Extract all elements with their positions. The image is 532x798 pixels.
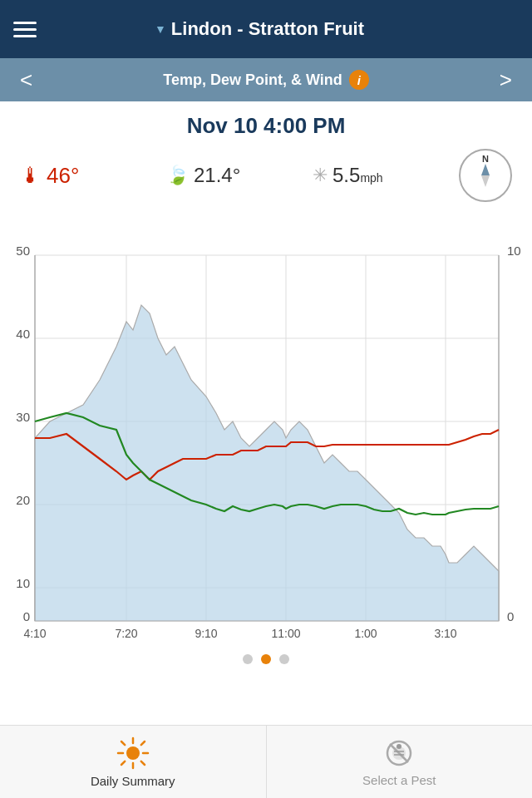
- svg-text:1:00: 1:00: [354, 627, 377, 640]
- dot-2[interactable]: [261, 654, 271, 664]
- wind-icon: ✳: [313, 165, 328, 186]
- tab-bar: Daily Summary Select a Pest: [0, 725, 532, 798]
- compass-north-label: N: [482, 154, 489, 164]
- svg-text:3:10: 3:10: [434, 627, 456, 640]
- chart-container: 50 40 30 20 10 0 10 0 4:10 7:20 9:10: [0, 214, 532, 646]
- stats-row: 🌡 46° 🍃 21.4° ✳ 5.5mph N: [0, 144, 532, 210]
- svg-text:11:00: 11:00: [271, 627, 300, 640]
- temperature-stat: 🌡 46°: [20, 163, 166, 189]
- temperature-value: 46°: [47, 163, 79, 189]
- select-pest-label: Select a Pest: [362, 773, 436, 787]
- datetime-display: Nov 10 4:00 PM: [0, 101, 532, 144]
- svg-point-41: [397, 744, 401, 749]
- thermometer-icon: 🌡: [20, 163, 42, 189]
- menu-button[interactable]: [13, 22, 37, 37]
- svg-point-37: [126, 746, 140, 760]
- dot-1[interactable]: [243, 654, 253, 664]
- header: ▼ Lindon - Stratton Fruit: [0, 0, 532, 58]
- leaf-icon: 🍃: [166, 165, 189, 186]
- svg-line-36: [121, 761, 125, 765]
- svg-text:10: 10: [507, 244, 521, 258]
- svg-text:50: 50: [16, 244, 30, 258]
- chart-svg: 50 40 30 20 10 0 10 0 4:10 7:20 9:10: [0, 214, 532, 646]
- nav-bar: < Temp, Dew Point, & Wind i >: [0, 58, 532, 101]
- dropdown-triangle-icon: ▼: [155, 22, 166, 36]
- info-button[interactable]: i: [349, 70, 369, 90]
- svg-text:40: 40: [16, 327, 30, 341]
- next-button[interactable]: >: [493, 67, 519, 93]
- svg-text:0: 0: [23, 609, 30, 623]
- svg-text:4:10: 4:10: [23, 627, 46, 640]
- info-icon: i: [357, 73, 361, 87]
- svg-line-35: [141, 741, 145, 745]
- datetime-text: Nov 10 4:00 PM: [187, 113, 346, 138]
- svg-text:0: 0: [507, 609, 514, 623]
- svg-line-33: [121, 741, 125, 745]
- compass: N: [459, 149, 512, 202]
- svg-text:20: 20: [16, 493, 30, 507]
- pest-icon: [382, 736, 416, 770]
- svg-text:7:20: 7:20: [115, 627, 137, 640]
- wind-speed: 5.5: [332, 164, 360, 186]
- prev-button[interactable]: <: [13, 67, 39, 93]
- station-name: Lindon - Stratton Fruit: [171, 18, 364, 40]
- svg-line-34: [141, 761, 145, 765]
- daily-summary-label: Daily Summary: [91, 774, 175, 788]
- svg-text:10: 10: [16, 576, 30, 590]
- wind-stat: ✳ 5.5mph: [313, 164, 459, 187]
- sun-icon: [116, 736, 150, 771]
- wind-unit: mph: [360, 171, 382, 185]
- svg-text:9:10: 9:10: [195, 627, 217, 640]
- dewpoint-value: 21.4°: [194, 164, 240, 187]
- nav-title-text: Temp, Dew Point, & Wind: [163, 71, 342, 89]
- tab-select-pest[interactable]: Select a Pest: [267, 726, 533, 798]
- page-dots: [0, 646, 532, 671]
- svg-text:30: 30: [16, 410, 30, 424]
- dot-3[interactable]: [279, 654, 289, 664]
- dewpoint-stat: 🍃 21.4°: [166, 164, 313, 187]
- nav-title: Temp, Dew Point, & Wind i: [163, 70, 369, 90]
- tab-daily-summary[interactable]: Daily Summary: [0, 726, 267, 798]
- header-title: ▼ Lindon - Stratton Fruit: [155, 18, 364, 40]
- wind-value: 5.5mph: [332, 164, 383, 187]
